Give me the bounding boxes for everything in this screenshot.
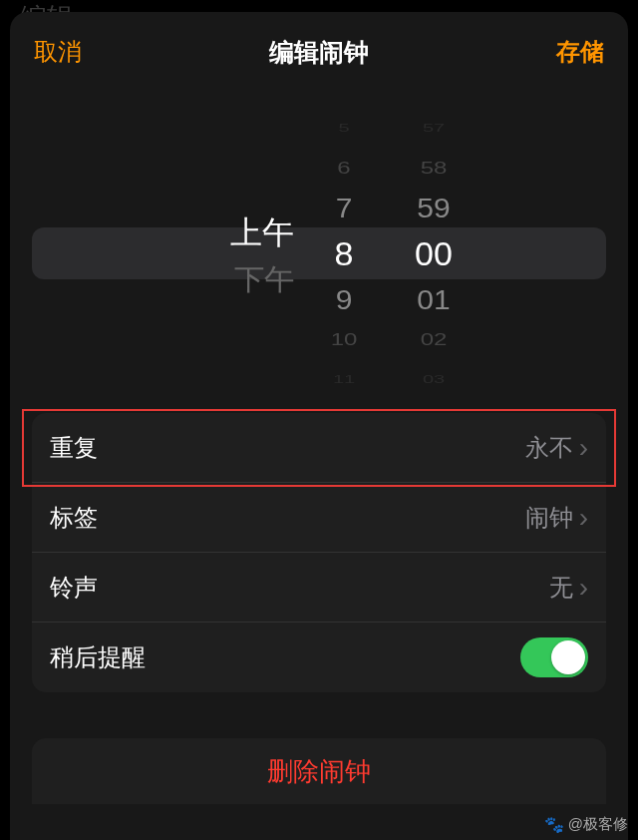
snooze-label: 稍后提醒 <box>50 641 146 673</box>
hour-opt: 5 <box>338 124 349 138</box>
snooze-toggle[interactable] <box>520 637 588 677</box>
minute-opt: 57 <box>423 124 445 138</box>
picker-col-ampm[interactable]: 上午 下午 <box>155 208 294 299</box>
picker-col-hour[interactable]: 5 6 7 8 9 10 11 <box>304 124 384 383</box>
hour-opt: 9 <box>336 280 353 318</box>
row-snooze: 稍后提醒 <box>32 623 606 692</box>
chevron-right-icon: › <box>579 572 588 604</box>
watermark: 🐾 @极客修 <box>544 815 628 834</box>
watermark-text: @极客修 <box>568 815 628 834</box>
nav-bar: 取消 编辑闹钟 存储 <box>10 30 628 74</box>
delete-alarm-button[interactable]: 删除闹钟 <box>32 738 606 804</box>
row-label[interactable]: 标签 闹钟 › <box>32 483 606 553</box>
toggle-knob <box>551 640 585 674</box>
chevron-right-icon: › <box>579 432 588 464</box>
ampm-option-pm: 下午 <box>234 260 294 298</box>
chevron-right-icon: › <box>579 502 588 534</box>
save-button[interactable]: 存储 <box>556 36 604 68</box>
paw-icon: 🐾 <box>544 815 564 834</box>
repeat-label: 重复 <box>50 432 98 464</box>
hour-opt: 11 <box>333 369 355 383</box>
row-sound[interactable]: 铃声 无 › <box>32 553 606 623</box>
minute-opt: 59 <box>417 189 450 226</box>
ampm-selected: 上午 <box>230 208 294 259</box>
hour-selected: 8 <box>335 227 354 279</box>
time-picker[interactable]: 上午 下午 5 6 7 8 9 10 11 57 58 59 00 01 02 … <box>32 124 606 383</box>
sound-value: 无 <box>549 572 573 604</box>
hour-opt: 7 <box>336 189 353 226</box>
cancel-button[interactable]: 取消 <box>34 36 82 68</box>
picker-col-minute[interactable]: 57 58 59 00 01 02 03 <box>384 124 483 383</box>
edit-alarm-sheet: 取消 编辑闹钟 存储 上午 下午 5 6 7 8 9 10 11 57 58 5… <box>10 12 628 840</box>
row-repeat[interactable]: 重复 永不 › <box>32 413 606 483</box>
page-title: 编辑闹钟 <box>269 36 369 69</box>
tag-value: 闹钟 <box>525 502 573 534</box>
sound-label: 铃声 <box>50 572 98 604</box>
hour-opt: 6 <box>337 154 350 182</box>
minute-opt: 01 <box>417 280 450 318</box>
minute-selected: 00 <box>415 227 453 279</box>
hour-opt: 10 <box>331 325 358 353</box>
minute-opt: 02 <box>421 325 448 353</box>
settings-list: 重复 永不 › 标签 闹钟 › 铃声 无 › 稍后提醒 <box>32 413 606 692</box>
minute-opt: 03 <box>423 369 445 383</box>
tag-label: 标签 <box>50 502 98 534</box>
repeat-value: 永不 <box>525 432 573 464</box>
minute-opt: 58 <box>421 154 448 182</box>
